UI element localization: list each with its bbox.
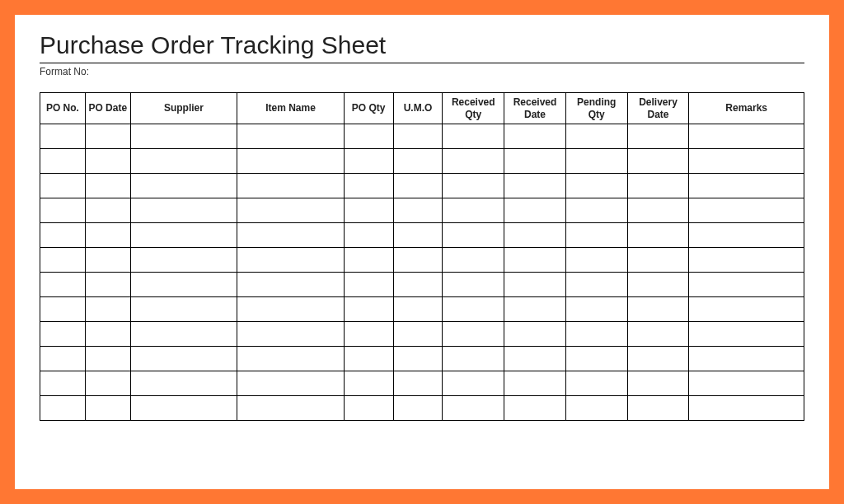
table-cell[interactable] [237,149,345,174]
table-cell[interactable] [627,223,689,248]
table-cell[interactable] [443,149,504,174]
table-cell[interactable] [443,297,504,322]
table-cell[interactable] [237,223,345,248]
table-cell[interactable] [627,347,689,371]
table-cell[interactable] [237,322,345,347]
table-cell[interactable] [40,223,86,248]
table-cell[interactable] [443,198,504,223]
table-cell[interactable] [40,347,86,371]
table-cell[interactable] [565,149,627,174]
table-cell[interactable] [85,347,130,371]
table-cell[interactable] [393,371,443,396]
table-cell[interactable] [504,174,566,198]
table-cell[interactable] [443,273,504,297]
table-cell[interactable] [237,396,345,421]
table-cell[interactable] [237,347,345,371]
table-cell[interactable] [393,223,443,248]
table-cell[interactable] [504,371,566,396]
table-cell[interactable] [40,174,86,198]
table-cell[interactable] [40,124,86,149]
table-cell[interactable] [565,223,627,248]
table-cell[interactable] [85,371,130,396]
table-cell[interactable] [689,347,804,371]
table-cell[interactable] [40,297,86,322]
table-cell[interactable] [344,149,393,174]
table-cell[interactable] [565,322,627,347]
table-cell[interactable] [504,396,566,421]
table-cell[interactable] [627,297,689,322]
table-cell[interactable] [689,273,804,297]
table-cell[interactable] [85,248,130,273]
table-cell[interactable] [689,149,804,174]
table-cell[interactable] [40,149,86,174]
table-cell[interactable] [504,198,566,223]
table-cell[interactable] [504,149,566,174]
table-cell[interactable] [443,396,504,421]
table-cell[interactable] [237,198,345,223]
table-cell[interactable] [443,371,504,396]
table-cell[interactable] [443,322,504,347]
table-cell[interactable] [130,297,237,322]
table-cell[interactable] [689,371,804,396]
table-cell[interactable] [130,174,237,198]
table-cell[interactable] [565,347,627,371]
table-cell[interactable] [627,396,689,421]
table-cell[interactable] [393,124,443,149]
table-cell[interactable] [40,198,86,223]
table-cell[interactable] [40,322,86,347]
table-cell[interactable] [40,248,86,273]
table-cell[interactable] [130,371,237,396]
table-cell[interactable] [504,273,566,297]
table-cell[interactable] [504,322,566,347]
table-cell[interactable] [393,149,443,174]
table-cell[interactable] [130,223,237,248]
table-cell[interactable] [344,273,393,297]
table-cell[interactable] [344,322,393,347]
table-cell[interactable] [627,198,689,223]
table-cell[interactable] [85,297,130,322]
table-cell[interactable] [627,124,689,149]
table-cell[interactable] [85,223,130,248]
table-cell[interactable] [344,223,393,248]
table-cell[interactable] [237,124,345,149]
table-cell[interactable] [237,248,345,273]
table-cell[interactable] [393,347,443,371]
table-cell[interactable] [85,174,130,198]
table-cell[interactable] [689,248,804,273]
table-cell[interactable] [344,248,393,273]
table-cell[interactable] [443,223,504,248]
table-cell[interactable] [85,322,130,347]
table-cell[interactable] [627,273,689,297]
table-cell[interactable] [130,124,237,149]
table-cell[interactable] [40,396,86,421]
table-cell[interactable] [85,396,130,421]
table-cell[interactable] [627,371,689,396]
table-cell[interactable] [237,174,345,198]
table-cell[interactable] [130,347,237,371]
table-cell[interactable] [130,149,237,174]
table-cell[interactable] [130,273,237,297]
table-cell[interactable] [130,396,237,421]
table-cell[interactable] [627,322,689,347]
table-cell[interactable] [627,248,689,273]
table-cell[interactable] [393,396,443,421]
table-cell[interactable] [443,248,504,273]
table-cell[interactable] [344,396,393,421]
table-cell[interactable] [565,273,627,297]
table-cell[interactable] [393,297,443,322]
table-cell[interactable] [85,198,130,223]
table-cell[interactable] [565,248,627,273]
table-cell[interactable] [443,347,504,371]
table-cell[interactable] [565,198,627,223]
table-cell[interactable] [344,347,393,371]
table-cell[interactable] [565,174,627,198]
table-cell[interactable] [237,371,345,396]
table-cell[interactable] [85,149,130,174]
table-cell[interactable] [443,124,504,149]
table-cell[interactable] [393,322,443,347]
table-cell[interactable] [689,322,804,347]
table-cell[interactable] [393,174,443,198]
table-cell[interactable] [689,297,804,322]
table-cell[interactable] [504,297,566,322]
table-cell[interactable] [504,223,566,248]
